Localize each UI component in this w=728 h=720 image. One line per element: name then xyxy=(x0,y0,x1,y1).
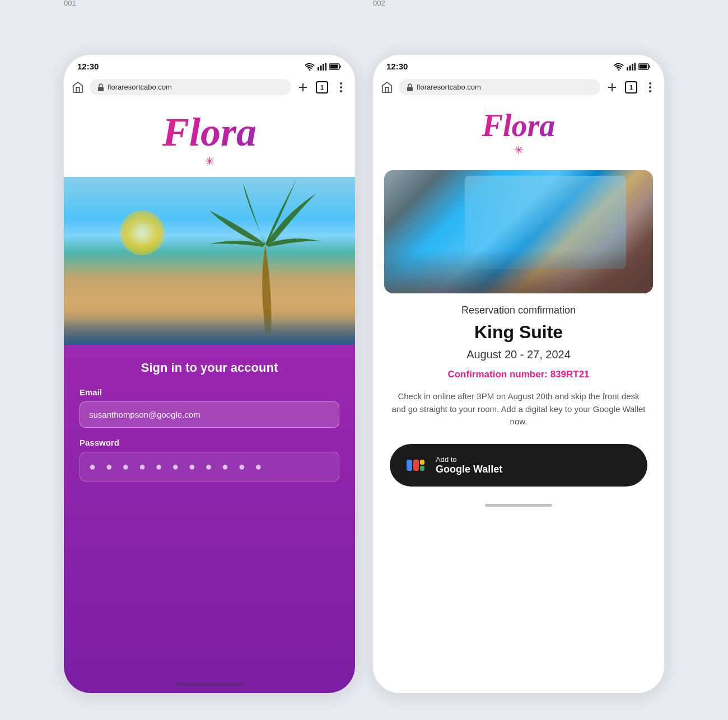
svg-rect-5 xyxy=(330,64,338,68)
wallet-add-label: Add to xyxy=(436,455,502,464)
tab-count-1[interactable]: 1 xyxy=(316,81,328,93)
signal-icon xyxy=(318,63,326,71)
svg-rect-25 xyxy=(407,460,412,471)
svg-rect-2 xyxy=(323,64,324,71)
plus-icon-2[interactable] xyxy=(606,81,618,93)
status-time-1: 12:30 xyxy=(77,62,99,71)
svg-point-22 xyxy=(649,86,651,88)
status-time-2: 12:30 xyxy=(386,62,408,71)
home-icon-2[interactable] xyxy=(381,81,393,93)
password-input[interactable]: ● ● ● ● ● ● ● ● ● ● ● xyxy=(80,452,339,481)
browser-actions-1: 1 xyxy=(297,81,347,93)
url-text-2: floraresortcabo.com xyxy=(417,83,481,91)
wifi-icon-2 xyxy=(614,63,624,71)
signal-icon-2 xyxy=(627,63,636,71)
browser-actions-2: 1 xyxy=(606,81,656,93)
password-label: Password xyxy=(80,438,339,447)
phone-screen-2: 002 12:30 xyxy=(373,27,664,693)
home-indicator-2 xyxy=(373,497,664,515)
svg-rect-28 xyxy=(420,466,424,471)
lock-icon-2 xyxy=(407,83,413,91)
svg-rect-6 xyxy=(98,87,104,91)
phone1-web-content: Flora ✳ xyxy=(64,99,355,693)
confirmation-number: Confirmation number: 839RT21 xyxy=(384,369,653,380)
email-input[interactable]: susanthompson@google.com xyxy=(80,401,339,428)
url-text-1: floraresortcabo.com xyxy=(108,83,172,91)
reservation-label: Reservation comfirmation xyxy=(384,305,653,316)
browser-bar-1: floraresortcabo.com 1 xyxy=(64,76,355,99)
svg-rect-27 xyxy=(420,460,424,465)
flora-logo-1: Flora xyxy=(162,112,256,152)
url-bar-1[interactable]: floraresortcabo.com xyxy=(90,79,291,95)
status-bar-1: 12:30 xyxy=(64,55,355,76)
hero-image-1 xyxy=(64,177,355,345)
phone-1: 12:30 xyxy=(64,55,355,693)
add-to-google-wallet-button[interactable]: Add to Google Wallet xyxy=(390,444,647,487)
logo-section-1: Flora ✳ xyxy=(64,99,355,177)
status-bar-2: 12:30 xyxy=(373,55,664,76)
battery-icon xyxy=(329,63,342,70)
svg-point-23 xyxy=(649,90,651,92)
status-icons-1 xyxy=(305,63,342,71)
google-wallet-icon xyxy=(403,453,428,478)
svg-rect-18 xyxy=(407,87,413,91)
svg-rect-14 xyxy=(632,64,633,71)
flora-snowflake-1: ✳ xyxy=(205,155,214,168)
logo-section-2: Flora ✳ xyxy=(373,99,664,162)
lock-icon-1 xyxy=(97,83,104,91)
svg-point-9 xyxy=(340,82,342,85)
svg-rect-3 xyxy=(325,63,327,71)
svg-point-11 xyxy=(340,90,342,92)
svg-point-21 xyxy=(649,82,651,85)
wallet-text: Add to Google Wallet xyxy=(436,455,502,475)
wifi-icon xyxy=(305,63,315,71)
home-icon-1[interactable] xyxy=(72,81,84,93)
home-indicator-1 xyxy=(64,675,355,693)
status-icons-2 xyxy=(614,63,651,71)
tab-count-2[interactable]: 1 xyxy=(625,81,637,93)
wallet-name-label: Google Wallet xyxy=(436,464,502,475)
phone-2: 12:30 xyxy=(373,55,664,693)
menu-icon-2[interactable] xyxy=(644,81,656,93)
svg-rect-17 xyxy=(640,64,647,68)
svg-rect-12 xyxy=(627,67,628,71)
svg-rect-0 xyxy=(318,67,319,71)
phone-screen-1: 001 12:30 xyxy=(64,27,355,693)
svg-rect-26 xyxy=(413,460,419,471)
plus-icon-1[interactable] xyxy=(297,81,309,93)
room-name: King Suite xyxy=(384,322,653,343)
home-bar-1 xyxy=(176,683,243,686)
email-label: Email xyxy=(80,387,339,397)
svg-rect-1 xyxy=(320,66,322,71)
svg-point-10 xyxy=(340,86,342,88)
screen-label-2: 002 xyxy=(373,0,385,7)
url-bar-2[interactable]: floraresortcabo.com xyxy=(399,79,600,95)
flora-snowflake-2: ✳ xyxy=(514,143,524,157)
checkin-info: Check in online after 3PM on August 20th… xyxy=(390,390,647,428)
dates: August 20 - 27, 2024 xyxy=(384,348,653,361)
svg-rect-13 xyxy=(629,66,631,71)
signin-title: Sign in to your account xyxy=(80,361,339,375)
flora-logo-2: Flora xyxy=(482,110,556,141)
room-image xyxy=(384,170,653,293)
screen-label-1: 001 xyxy=(64,0,76,7)
menu-icon-1[interactable] xyxy=(335,81,347,93)
battery-icon-2 xyxy=(638,63,651,70)
browser-bar-2: floraresortcabo.com 1 xyxy=(373,76,664,99)
home-bar-2 xyxy=(485,504,552,507)
phone2-web-content: Flora ✳ Reservation comfirmation King Su… xyxy=(373,99,664,693)
signin-section: Sign in to your account Email susanthomp… xyxy=(64,345,355,675)
svg-rect-15 xyxy=(634,63,636,71)
